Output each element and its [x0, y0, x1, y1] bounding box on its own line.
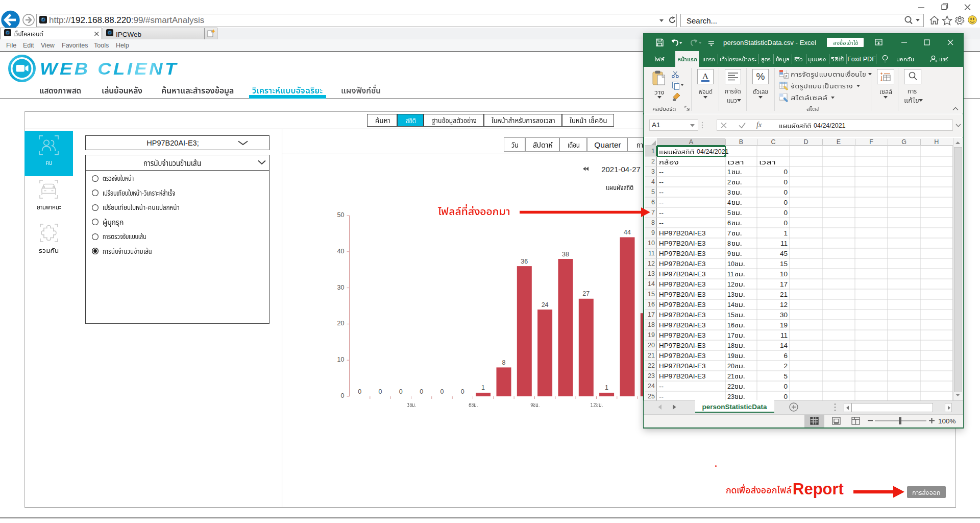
- svg-text:A: A: [702, 72, 709, 81]
- svg-text:≠: ≠: [785, 74, 788, 79]
